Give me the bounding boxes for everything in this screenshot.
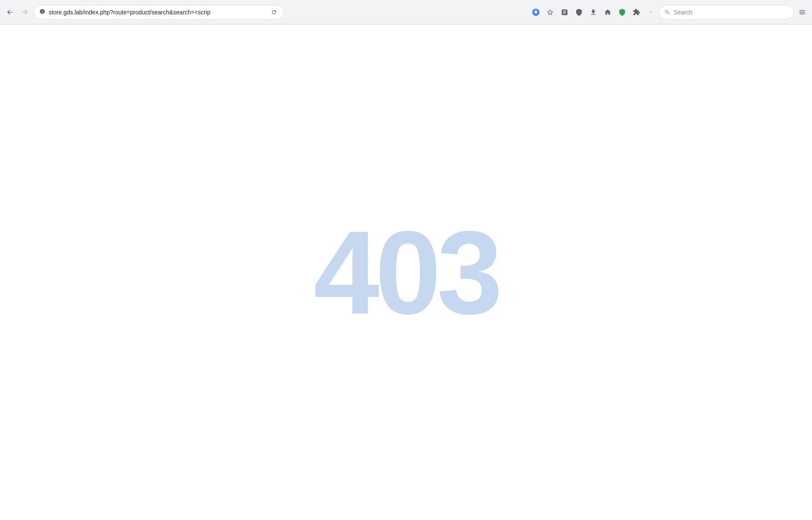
svg-point-1 [536,11,537,12]
menu-button[interactable] [796,6,809,19]
svg-point-0 [535,11,535,12]
toolbar-icons [529,5,809,19]
search-icon [664,9,670,15]
ublock-button[interactable] [573,6,585,19]
mascot-icon-button[interactable] [529,6,542,19]
extensions-dropdown-button[interactable] [645,6,657,19]
reader-mode-button[interactable] [558,6,571,19]
search-input[interactable] [674,9,789,16]
address-input[interactable] [49,9,266,16]
home-button[interactable] [601,6,614,19]
reload-button[interactable] [269,7,279,17]
info-icon[interactable] [39,8,45,16]
search-bar [659,5,794,19]
error-code: 403 [313,213,498,332]
back-button[interactable] [3,6,16,19]
page-content: 403 [0,25,812,520]
green-shield-button[interactable] [616,6,628,19]
browser-chrome [0,0,812,25]
bookmark-button[interactable] [544,6,557,19]
extension-button[interactable] [630,6,643,19]
download-button[interactable] [587,6,600,19]
forward-button[interactable] [19,6,31,19]
address-bar [34,5,285,19]
